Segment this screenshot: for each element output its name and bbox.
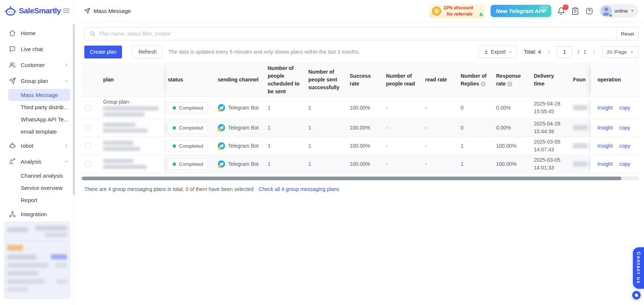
sidebar-item-label: Customer (21, 62, 45, 68)
copy-link[interactable]: copy (619, 125, 630, 131)
search-bar: Reset (84, 27, 638, 40)
search-icon (90, 31, 96, 37)
insight-link[interactable]: Insight (597, 105, 613, 111)
reset-button[interactable]: Reset (617, 27, 638, 40)
sending-channel: Telegram Bot (218, 124, 258, 131)
new-telegram-app-badge[interactable]: New Telegram APP (491, 5, 551, 17)
sending-channel: Telegram Bot (218, 160, 258, 168)
notifications-bell-icon[interactable]: ··· (557, 7, 565, 15)
fixed-left-columns (82, 155, 164, 173)
info-icon[interactable]: i (507, 81, 512, 87)
presence-label: online (614, 8, 628, 14)
previous-page-icon[interactable] (546, 50, 551, 54)
user-menu[interactable]: online (599, 4, 638, 18)
fixed-left-columns (82, 119, 164, 137)
sidebar-item-whatsapp-api-template[interactable]: WhatsApp API Te... (8, 113, 70, 125)
page-size-select[interactable]: 20 /Page (602, 46, 638, 58)
copy-link[interactable]: copy (619, 105, 630, 111)
users-icon (9, 61, 16, 68)
plan-name[interactable]: Group plan- (103, 99, 159, 117)
row-checkbox[interactable] (85, 143, 91, 149)
vertical-scrollbar[interactable] (73, 24, 75, 195)
sidebar-item-channel-analysis[interactable]: Channel analysis (8, 170, 70, 182)
column-header-success_rate: Success rate (346, 63, 382, 97)
cell-operation: Insightcopy (591, 119, 639, 137)
copy-link[interactable]: copy (619, 143, 630, 149)
row-checkbox[interactable] (85, 105, 91, 111)
insight-link[interactable]: Insight (597, 161, 613, 167)
people-read-value: - (386, 125, 388, 131)
cell-people_read: - (382, 97, 421, 118)
table-row: CompletedTelegram Bot11100.00%--00.00%20… (82, 119, 639, 137)
clipboard-icon[interactable] (571, 7, 579, 15)
cell-people_read: - (382, 119, 421, 137)
help-icon[interactable] (585, 7, 593, 15)
next-page-icon[interactable] (592, 50, 597, 54)
horizontal-scrollbar-track (82, 177, 639, 180)
sidebar-item-service-overview[interactable]: Service overview (8, 182, 70, 194)
search-input[interactable] (99, 27, 617, 40)
column-header-label: Number of Repliesi (461, 72, 489, 88)
copy-link[interactable]: copy (619, 161, 630, 167)
current-page-input[interactable]: 1 (557, 46, 572, 58)
sent-value: 1 (308, 105, 311, 111)
referral-discount-banner[interactable]: $ 10% discount for referrals ✦ ✦ (429, 4, 485, 18)
sidebar-item-email-template[interactable]: email template (8, 125, 70, 138)
redacted-text (7, 227, 28, 232)
export-button[interactable]: Export (479, 46, 517, 58)
sidebar-item-integration[interactable]: Integration (0, 206, 74, 222)
sidebar-item-third-party-distribution[interactable]: Third party distrib... (8, 101, 70, 113)
sidebar-item-live-chat[interactable]: Live chat (0, 41, 74, 57)
sidebar-item-report[interactable]: Report (8, 194, 70, 206)
sending-channel: Telegram Bot (218, 104, 258, 111)
column-header-label: Number of people scheduled to be sent (268, 64, 301, 95)
column-header-label: Success rate (350, 72, 379, 88)
main-content: Reset Create plan Refresh The data is up… (74, 22, 644, 305)
plan-name[interactable] (103, 123, 148, 133)
redacted-text (35, 226, 67, 231)
cell-scheduled: 1 (264, 137, 305, 155)
refresh-button[interactable]: Refresh (132, 46, 163, 58)
contact-us-tab[interactable]: Contact us (633, 247, 644, 289)
sparkle-icon: ✦ (430, 13, 433, 16)
select-all-checkbox[interactable] (85, 77, 91, 83)
plan-name[interactable] (103, 141, 140, 151)
cell-channel: Telegram Bot (214, 97, 264, 118)
column-header-label: read rate (425, 76, 447, 84)
redacted-text (573, 161, 587, 167)
cell-success_rate: 100.00% (346, 119, 382, 137)
cell-founder (569, 137, 591, 155)
row-checkbox[interactable] (85, 125, 91, 131)
contact-chat-icon[interactable] (631, 290, 641, 300)
cell-status: Completed (164, 137, 214, 155)
row-checkbox[interactable] (85, 161, 91, 167)
cell-read_rate: - (421, 137, 457, 155)
create-plan-button[interactable]: Create plan (84, 46, 122, 58)
sidebar-item-home[interactable]: Home (0, 25, 74, 41)
delivery-time: 2025-03-0514:01:33 (534, 156, 560, 172)
sidebar-item-customer[interactable]: Customer (0, 57, 74, 73)
info-icon[interactable]: i (481, 81, 486, 87)
check-all-plans-link[interactable]: Check all 4 group messaging plans (259, 186, 339, 192)
plan-name[interactable] (103, 159, 147, 169)
sidebar-collapse-icon[interactable] (63, 7, 70, 15)
status-badge: Completed (168, 140, 208, 152)
replies-value: 1 (461, 161, 464, 167)
chevron-down-icon (64, 78, 69, 83)
people-read-value: - (386, 143, 388, 149)
chevron-down-icon (630, 9, 634, 13)
cell-delivery: 2025-03-0514:07:43 (530, 137, 569, 155)
cell-success_rate: 100.00% (346, 97, 382, 118)
sidebar-widget-card (4, 221, 71, 299)
sidebar-item-analysis[interactable]: Analysis (0, 154, 74, 170)
sidebar-item-robot[interactable]: robot (0, 138, 74, 154)
sidebar-item-mass-message[interactable]: Mass Message (8, 89, 70, 101)
horizontal-scrollbar-thumb[interactable] (82, 177, 621, 180)
column-header-sent: Number of people sent successfully (305, 63, 346, 97)
chevron-down-icon (630, 50, 634, 54)
sidebar-item-group-plan[interactable]: Group plan (0, 73, 74, 89)
cell-plan (99, 155, 164, 173)
insight-link[interactable]: Insight (597, 125, 613, 131)
insight-link[interactable]: Insight (597, 143, 613, 149)
total-count: Total:4 (524, 49, 541, 55)
